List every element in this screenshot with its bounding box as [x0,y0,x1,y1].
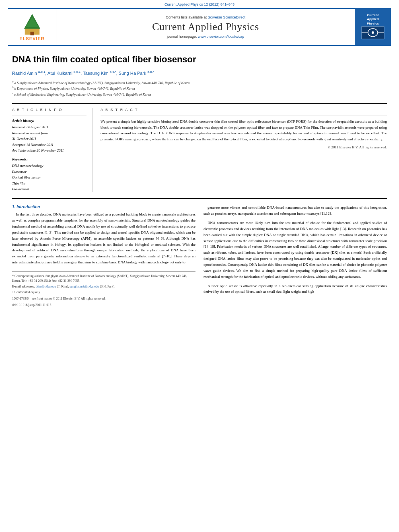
abstract-header: A B S T R A C T [101,108,387,112]
keyword-1: DNA nanotechnology [12,163,86,168]
journal-center-header: Contents lists available at SciVerse Sci… [56,9,355,45]
footnote-contributed: 1 Contributed equally. [12,290,195,295]
footnote-area: * Corresponding authors. Sungkyunkwan Ad… [12,271,195,308]
article-content: DNA thin film coated optical fiber biose… [12,46,387,308]
homepage-url[interactable]: www.elsevier.com/locate/cap [198,35,244,39]
cap-logo-graphic [361,26,385,40]
sciverse-link[interactable]: SciVerse ScienceDirect [208,15,246,19]
article-info-abstract: A R T I C L E I N F O Article history: R… [12,103,387,192]
body-right-column: generate more vibrant and controllable D… [204,205,387,308]
abstract-text: We present a simple but highly sensitive… [101,119,387,150]
article-title: DNA thin film coated optical fiber biose… [12,54,387,66]
email1-link[interactable]: tkim@skku.edu [36,285,56,288]
journal-header: ELSEVIER Contents lists available at Sci… [8,8,391,46]
history-online: Available online 20 November 2011 [12,148,86,153]
history-label: Article history: [12,119,86,123]
keyword-3: Optical fiber sensor [12,175,86,180]
article-info-column: A R T I C L E I N F O Article history: R… [12,108,93,192]
keyword-4: Thin film [12,181,86,186]
elsevier-brand: ELSEVIER [19,36,44,41]
svg-point-6 [372,31,374,34]
cap-logo-area: Current Applied Physics [355,9,391,45]
elsevier-tree-icon [20,13,44,35]
history-received: Received 14 August 2011 [12,124,86,130]
affiliations: a a Sungkyunkwan Advanced Institute of N… [12,80,387,97]
body-left-column: 1. Introduction In the last three decade… [12,205,195,308]
journal-title: Current Applied Physics [152,21,259,33]
doi-line: doi:10.1016/j.cap.2011.11.015 [12,303,195,308]
keywords-label: Keywords: [12,157,86,161]
elsevier-logo-area: ELSEVIER [8,9,56,45]
svg-marker-2 [25,17,39,27]
email2-link[interactable]: sunghapark@skku.edu [70,285,99,288]
introduction-text-left: In the last three decades, DNA molecules… [12,212,195,265]
authors-line: Rashid Amin a,b,1, Atul Kulkarni b,c,1, … [12,70,387,76]
history-revised-date: 31 October 2011 [12,136,86,142]
introduction-text-right: generate more vibrant and controllable D… [204,205,387,295]
cap-logo: Current Applied Physics [359,11,387,43]
article-info-header: A R T I C L E I N F O [12,108,86,112]
article-body: 1. Introduction In the last three decade… [12,198,387,308]
journal-homepage: journal homepage: www.elsevier.com/locat… [167,35,244,39]
keyword-2: Biosensor [12,169,86,175]
history-accepted: Accepted 14 November 2011 [12,142,86,148]
abstract-column: A B S T R A C T We present a simple but … [101,108,387,192]
introduction-title: 1. Introduction [12,205,195,209]
history-revised-label: Received in revised form [12,130,86,136]
issn-line: 1567-1739/$ – see front matter © 2011 El… [12,296,195,301]
footnote-corresponding: * Corresponding authors. Sungkyunkwan Ad… [12,274,195,283]
svg-rect-3 [30,31,34,35]
journal-reference: Current Applied Physics 12 (2012) 841–84… [0,0,399,8]
copyright-notice: © 2011 Elsevier B.V. All rights reserved… [101,144,387,150]
sciverse-line: Contents lists available at SciVerse Sci… [166,15,245,19]
keyword-5: Bio-aerosol [12,186,86,192]
footnote-email: E-mail addresses: tkim@skku.edu (T. Kim)… [12,284,195,289]
